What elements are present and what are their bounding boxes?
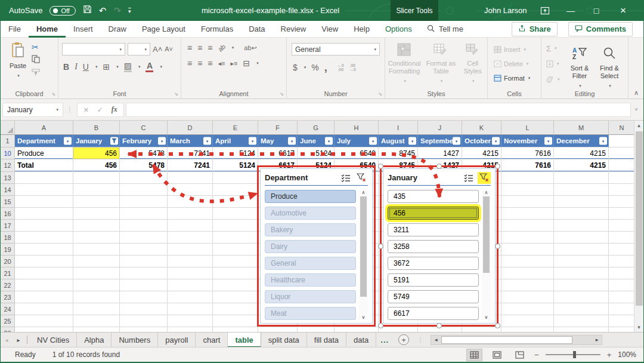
cell-empty[interactable] — [554, 291, 609, 303]
merge-center-dropdown-icon[interactable]: ▾ — [256, 61, 259, 66]
vertical-scrollbar[interactable]: ▲ ▼ — [634, 121, 643, 332]
sheet-tab-chart[interactable]: chart — [196, 333, 228, 347]
cell-empty[interactable] — [73, 256, 120, 267]
cell-empty[interactable] — [213, 256, 258, 267]
number-dialog-launcher-icon[interactable]: ⇘ — [378, 91, 382, 97]
cell-empty[interactable] — [168, 244, 213, 256]
department-slicer-scrollbar[interactable]: ∧ ∨ — [359, 190, 368, 320]
zoom-slider[interactable] — [546, 354, 600, 355]
clear-filter-icon-highlighted[interactable] — [478, 172, 491, 184]
cell-empty[interactable] — [213, 172, 258, 184]
filter-dropdown-icon[interactable]: ▾ — [64, 137, 72, 145]
vertical-scrollbar-thumb[interactable] — [636, 131, 643, 306]
slicer-resize-handle[interactable] — [378, 244, 383, 249]
cell-empty[interactable] — [554, 208, 609, 220]
cell-empty[interactable] — [120, 196, 168, 208]
slicer-resize-handle[interactable] — [436, 164, 442, 169]
slicer-item-6617[interactable]: 6617 — [388, 307, 479, 320]
slicer-item-meat[interactable]: Meat — [265, 307, 356, 320]
slicer-item-dairy[interactable]: Dairy — [265, 240, 356, 253]
cell-empty[interactable] — [501, 291, 554, 303]
column-header-J[interactable]: J — [418, 121, 462, 134]
cell-empty[interactable] — [168, 327, 213, 332]
cell-styles-button[interactable]: Cell Styles ▾ — [460, 39, 485, 85]
scroll-up-icon[interactable]: ▲ — [634, 121, 643, 130]
cell-empty[interactable] — [15, 327, 73, 332]
paste-button[interactable]: Paste ▾ — [4, 38, 32, 79]
cell-empty[interactable] — [609, 220, 635, 232]
filter-dropdown-icon[interactable]: ▾ — [325, 137, 333, 145]
header-cell-may[interactable]: May▾ — [258, 135, 298, 147]
cell-empty[interactable] — [120, 220, 168, 232]
cell-empty[interactable] — [15, 256, 73, 267]
cell-empty[interactable] — [609, 159, 635, 172]
slicer-item-liquor[interactable]: Liquor — [265, 290, 356, 303]
font-name-combo[interactable]: ▾ — [62, 43, 125, 56]
ribbon-tab-insert[interactable]: Insert — [66, 21, 101, 38]
page-layout-view-icon[interactable] — [489, 349, 505, 361]
conditional-formatting-button[interactable]: Conditional Formatting ▾ — [387, 39, 422, 85]
cell-empty[interactable] — [501, 208, 554, 220]
shrink-font-icon[interactable]: A˅ — [165, 46, 173, 53]
ribbon-tab-page-layout[interactable]: Page Layout — [134, 21, 193, 38]
fill-color-dropdown-icon[interactable]: ▾ — [138, 64, 141, 69]
cell-empty[interactable] — [73, 208, 120, 220]
cell-empty[interactable] — [554, 184, 609, 196]
slicer-item-3672[interactable]: 3672 — [388, 257, 479, 270]
cell-total-february[interactable]: 5478 — [120, 159, 168, 172]
center-icon[interactable]: ≡ — [197, 59, 202, 67]
header-cell-march[interactable]: March▾ — [168, 135, 213, 147]
row-number-18[interactable]: 18 — [1, 232, 15, 244]
cancel-icon[interactable]: × — [83, 104, 89, 115]
column-header-H[interactable]: H — [335, 121, 379, 134]
cell-empty[interactable] — [120, 279, 168, 291]
cell-empty[interactable] — [120, 232, 168, 244]
cell-empty[interactable] — [120, 267, 168, 279]
cell-empty[interactable] — [73, 267, 120, 279]
column-header-B[interactable]: B — [73, 121, 120, 134]
cell-empty[interactable] — [168, 172, 213, 184]
minimize-button[interactable]: — — [560, 0, 581, 21]
header-cell-february[interactable]: February▾ — [120, 135, 168, 147]
scroll-down-icon[interactable]: ▼ — [634, 322, 643, 332]
normal-view-icon[interactable] — [466, 349, 482, 361]
scroll-right-icon[interactable]: ► — [592, 337, 602, 343]
row-number-17[interactable]: 17 — [1, 220, 15, 232]
cell-empty[interactable] — [73, 244, 120, 256]
cell-empty[interactable] — [609, 279, 635, 291]
column-header-C[interactable]: C — [120, 121, 168, 134]
filter-dropdown-icon[interactable]: ▾ — [492, 137, 500, 145]
cell-empty[interactable] — [501, 303, 554, 315]
row-number-26[interactable]: 26 — [1, 327, 15, 332]
column-header-E[interactable]: E — [213, 121, 258, 134]
cell-empty[interactable] — [73, 327, 120, 332]
middle-align-icon[interactable]: ≡ — [197, 44, 202, 52]
cell-empty[interactable] — [213, 220, 258, 232]
cell-empty[interactable] — [120, 315, 168, 327]
slicer-resize-handle[interactable] — [378, 164, 383, 169]
row-number-24[interactable]: 24 — [1, 303, 15, 315]
align-right-icon[interactable]: ≡ — [208, 59, 212, 67]
comma-style-icon[interactable]: , — [324, 62, 327, 73]
cell-empty[interactable] — [120, 208, 168, 220]
cell-empty[interactable] — [15, 232, 73, 244]
row-number-20[interactable]: 20 — [1, 256, 15, 267]
share-button[interactable]: Share — [512, 22, 558, 36]
header-cell-july[interactable]: July▾ — [335, 135, 379, 147]
grow-font-icon[interactable]: A˄ — [153, 45, 162, 53]
bold-button[interactable]: B — [63, 63, 69, 71]
cell-empty[interactable] — [609, 147, 635, 159]
cell-empty[interactable] — [15, 196, 73, 208]
filter-dropdown-icon[interactable]: ▾ — [288, 137, 296, 145]
sheet-tabs-overflow[interactable]: ... — [376, 336, 393, 344]
cell-total-march[interactable]: 7241 — [168, 159, 213, 172]
fill-color-icon[interactable]: ▨ — [124, 61, 132, 72]
close-button[interactable]: × — [612, 0, 634, 21]
filter-dropdown-icon[interactable]: ▾ — [408, 137, 416, 145]
cell-produce-march[interactable]: 7241 — [168, 147, 213, 159]
cell-empty[interactable] — [15, 172, 73, 184]
slicer-item-3258[interactable]: 3258 — [388, 240, 479, 253]
cell-empty[interactable] — [554, 267, 609, 279]
cell-empty[interactable] — [335, 327, 379, 332]
cell-empty[interactable] — [168, 303, 213, 315]
